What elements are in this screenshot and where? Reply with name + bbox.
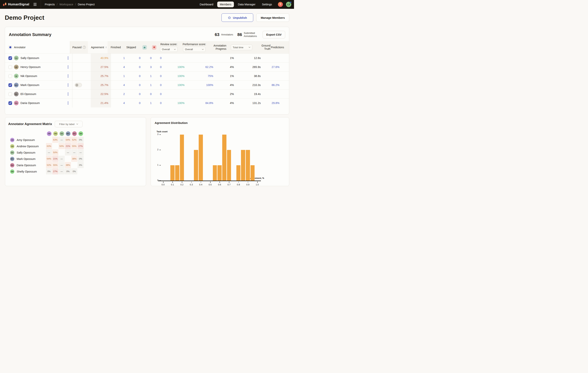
paused-toggle[interactable] <box>75 83 82 87</box>
nav-link-data-manager[interactable]: Data Manager <box>235 1 258 7</box>
nav-link-dashboard[interactable]: Dashboard <box>197 1 216 7</box>
agreement-distribution-panel: Agreement Distribution Task countAgreeme… <box>151 117 289 186</box>
matrix-annotator-name: Mark Opossum <box>17 157 35 160</box>
col-thumbs-up[interactable] <box>138 41 147 53</box>
cell-value[interactable]: 0 <box>139 84 140 86</box>
cell-value[interactable]: 2 <box>123 93 125 96</box>
avatar: SH <box>78 131 83 136</box>
cell-value[interactable]: 0 <box>160 75 162 77</box>
matrix-cell: — <box>59 162 65 168</box>
cell-value[interactable]: 1 <box>123 56 125 60</box>
row-menu-kebab-icon[interactable] <box>67 83 69 87</box>
cell-value[interactable]: 0 <box>150 93 152 96</box>
row-checkbox[interactable] <box>8 92 12 96</box>
cell-value[interactable]: 0 <box>150 56 152 60</box>
hamburger-menu-icon[interactable] <box>33 3 37 6</box>
cell-value[interactable]: 84.8% <box>205 101 213 105</box>
col-agreement[interactable]: Agreement ↑ <box>88 41 107 53</box>
chart-x-tick-label: 0.2 <box>178 183 185 186</box>
cell-value[interactable]: 29.8% <box>272 101 279 105</box>
chart-x-tick-mark <box>210 181 210 183</box>
cell-value[interactable]: 0 <box>139 56 140 60</box>
cell-value[interactable]: 0 <box>160 93 162 96</box>
matrix-cell: — <box>59 156 65 162</box>
cell-value[interactable]: 25.7% <box>101 75 108 77</box>
cell-value[interactable]: 4 <box>123 84 125 86</box>
row-menu-kebab-icon[interactable] <box>67 65 69 69</box>
chevron-down-icon <box>249 47 250 48</box>
matrix-column-avatar: AN <box>46 131 52 136</box>
cell-value[interactable]: 0 <box>139 101 140 105</box>
avatar: DA <box>10 163 14 167</box>
row-menu-kebab-icon[interactable] <box>67 101 69 105</box>
annotation-summary-panel: Annotation Summary 63 Annotators 86 Subm… <box>5 27 289 115</box>
cell-value[interactable]: 1 <box>150 101 152 105</box>
table-header: Annotator Paused ? Agreement ↑ Finished … <box>5 41 289 53</box>
cell-value[interactable]: 1 <box>150 75 152 77</box>
cell-value[interactable]: 0 <box>160 65 162 69</box>
review-score-select[interactable]: Overall <box>160 47 178 52</box>
breadcrumb-item-workspace[interactable]: Workspace <box>59 3 73 6</box>
cell-value: 4% <box>230 101 234 105</box>
paused-help-icon[interactable]: ? <box>83 46 86 49</box>
cell-value[interactable]: 100% <box>206 84 213 86</box>
unpublish-button[interactable]: Unpublish <box>221 13 253 22</box>
row-menu-kebab-icon[interactable] <box>67 74 69 78</box>
nav-link-members[interactable]: Members <box>217 1 234 7</box>
cell-value[interactable]: 1 <box>150 84 152 86</box>
cell-value[interactable]: 40.9% <box>101 56 108 60</box>
cell-value[interactable]: 4 <box>123 101 125 105</box>
cell-value[interactable]: 1 <box>123 75 125 77</box>
matrix-cell: 21% <box>52 156 58 162</box>
nav-link-settings[interactable]: Settings <box>260 1 274 7</box>
export-csv-button[interactable]: Export CSV <box>262 31 285 39</box>
row-checkbox[interactable] <box>8 65 12 69</box>
chart-x-tick-label: 0.6 <box>216 183 223 186</box>
row-menu-kebab-icon[interactable] <box>67 92 69 96</box>
manage-members-button[interactable]: Manage Members <box>256 13 289 22</box>
cell-value[interactable]: 3 <box>150 65 152 69</box>
chart-y-tick-label: 1 <box>152 164 158 166</box>
col-total-time: Total time <box>228 41 255 53</box>
cell-value[interactable]: 100% <box>178 101 185 105</box>
cell-value[interactable]: 21.4% <box>101 101 108 105</box>
row-checkbox[interactable] <box>8 56 12 60</box>
user-avatar[interactable]: LS <box>286 2 291 7</box>
col-skipped[interactable]: Skipped <box>123 41 138 53</box>
select-all-checkbox[interactable] <box>8 46 12 49</box>
cell-value[interactable]: 0 <box>139 65 140 69</box>
cell-value[interactable]: 75% <box>208 75 213 77</box>
cell-value[interactable]: 0 <box>160 84 162 86</box>
histogram-bar <box>180 135 184 181</box>
cell-value[interactable]: 86.2% <box>272 84 279 86</box>
cell-value[interactable]: 4 <box>123 65 125 69</box>
cell-value[interactable]: 0 <box>139 93 140 96</box>
summary-title: Annotation Summary <box>9 32 51 37</box>
cell-value[interactable]: 0 <box>160 101 162 105</box>
filter-by-label-select[interactable]: Filter by label <box>55 121 83 127</box>
row-checkbox[interactable] <box>8 83 12 87</box>
cell-value[interactable]: 0 <box>139 75 140 77</box>
cell-value[interactable]: 27.6% <box>272 65 279 69</box>
help-icon[interactable]: ? <box>278 2 283 7</box>
matrix-cell: 38% <box>71 156 77 162</box>
cell-value[interactable]: 100% <box>178 65 185 69</box>
row-menu-kebab-icon[interactable] <box>67 56 69 60</box>
breadcrumb-item-projects[interactable]: Projects <box>45 3 55 6</box>
performance-score-select[interactable]: Overall <box>183 47 206 52</box>
cell-value[interactable]: 100% <box>178 75 185 77</box>
total-time-select[interactable]: Total time <box>231 44 252 50</box>
cell-value[interactable]: 27.5% <box>101 65 108 69</box>
breadcrumb-item-demo-project[interactable]: Demo Project <box>78 3 95 6</box>
col-thumbs-down[interactable] <box>147 41 158 53</box>
row-checkbox[interactable] <box>8 101 12 105</box>
col-finished[interactable]: Finished <box>108 41 123 53</box>
col-annotation-progress: AnnotationProgress <box>209 41 228 53</box>
cell-value[interactable]: 0 <box>160 56 162 60</box>
cell-value[interactable]: 100% <box>178 84 185 86</box>
row-checkbox[interactable] <box>8 74 12 78</box>
cell-value[interactable]: 22.5% <box>101 93 108 96</box>
cell-value[interactable]: 25.7% <box>101 84 108 86</box>
chart-x-tick-label: 0.8 <box>235 183 242 186</box>
cell-value[interactable]: 62.2% <box>205 65 213 69</box>
